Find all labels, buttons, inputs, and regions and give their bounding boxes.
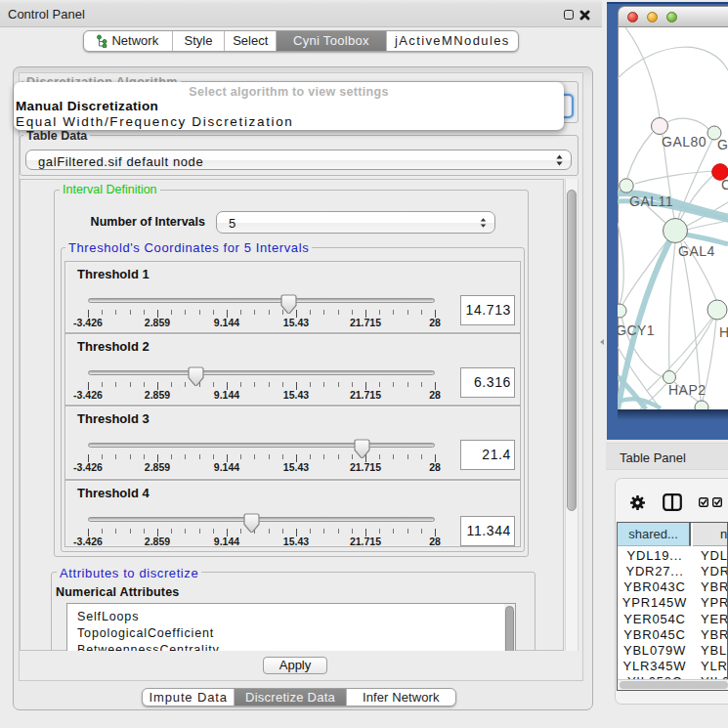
svg-text:H: H — [719, 324, 728, 340]
svg-text:HAP2: HAP2 — [668, 382, 707, 398]
svg-text:GAL4: GAL4 — [678, 243, 715, 259]
svg-text:GAL80: GAL80 — [662, 134, 707, 150]
svg-text:GA: GA — [717, 137, 728, 152]
svg-text:GCY1: GCY1 — [618, 322, 655, 338]
svg-text:CR: CR — [721, 177, 728, 193]
svg-text:GAL11: GAL11 — [629, 193, 673, 209]
